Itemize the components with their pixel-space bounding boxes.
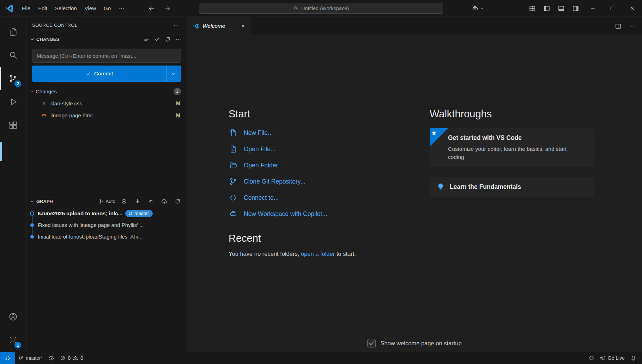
explorer-button[interactable] — [0, 20, 26, 44]
menu-overflow-button[interactable] — [115, 3, 128, 13]
more-actions-button[interactable] — [174, 35, 183, 44]
start-clone-repo[interactable]: Clone Git Repository... — [229, 173, 430, 190]
walkthrough-title: Get started with VS Code — [448, 134, 587, 142]
sidebar-fill — [26, 242, 187, 352]
toggle-primary-sidebar-button[interactable] — [539, 0, 554, 17]
auto-repo-picker[interactable]: Auto — [99, 199, 115, 204]
remote-icon — [229, 193, 238, 202]
more-actions-button[interactable] — [629, 23, 635, 29]
minimize-button[interactable] — [583, 0, 602, 17]
toggle-secondary-sidebar-button[interactable] — [568, 0, 583, 17]
start-open-folder[interactable]: Open Folder... — [229, 157, 430, 173]
open-folder-link[interactable]: open a folder — [301, 251, 335, 257]
copilot-menu-button[interactable] — [467, 0, 488, 17]
copilot-icon — [588, 355, 594, 361]
commit-button[interactable]: Commit — [32, 66, 181, 82]
toggle-panel-button[interactable] — [554, 0, 568, 17]
customize-layout-button[interactable] — [525, 0, 539, 17]
changes-tree-header[interactable]: Changes 2 — [26, 85, 187, 97]
notifications-bell-button[interactable] — [628, 352, 639, 364]
chevron-down-icon — [29, 89, 34, 94]
menu-go[interactable]: Go — [100, 3, 115, 13]
commit-message-input[interactable] — [32, 49, 181, 63]
pull-icon[interactable] — [133, 197, 142, 206]
recent-prefix: You have no recent folders, — [229, 251, 301, 257]
branch-ref-badge[interactable]: master — [125, 210, 153, 217]
refresh-button[interactable] — [163, 35, 172, 44]
changes-section-header[interactable]: CHANGES — [26, 33, 187, 45]
command-center-search[interactable]: Untitled (Workspace) — [199, 3, 443, 14]
warnings-icon — [73, 355, 78, 361]
title-bar-left: File Edit Selection View Go — [0, 3, 171, 13]
commit-dropdown-button[interactable] — [166, 66, 181, 82]
walkthrough-get-started-card[interactable]: Get started with VS Code Customize your … — [430, 128, 594, 167]
history-navigation — [148, 5, 171, 12]
go-live-button[interactable]: Go Live — [597, 352, 628, 364]
run-debug-button[interactable] — [0, 90, 26, 113]
settings-gear-button[interactable]: 1 — [0, 328, 26, 352]
file-name: clan-style.css — [50, 100, 172, 106]
accounts-button[interactable] — [0, 305, 26, 328]
changes-section-label: CHANGES — [36, 37, 59, 42]
recent-heading: Recent — [229, 232, 430, 245]
split-editor-button[interactable] — [615, 23, 622, 30]
changed-file-row[interactable]: <> lineage-page.html M — [26, 109, 187, 121]
commit-row[interactable]: Fixed issues with lineage page and Phyll… — [26, 219, 187, 231]
graph-section-header[interactable]: GRAPH Auto — [26, 195, 187, 208]
remote-indicator[interactable] — [0, 352, 15, 364]
copilot-status-button[interactable] — [585, 352, 597, 364]
start-open-file[interactable]: Open File... — [229, 141, 430, 157]
sidebar-title-row: SOURCE CONTROL — [26, 17, 187, 33]
view-as-list-button[interactable] — [142, 35, 151, 44]
extensions-button[interactable] — [0, 113, 26, 137]
vscode-logo-icon — [5, 4, 14, 13]
menu-selection[interactable]: Selection — [51, 3, 81, 13]
tab-close-button[interactable] — [240, 23, 247, 30]
changes-count-badge: 2 — [174, 88, 181, 95]
menu-edit[interactable]: Edit — [34, 3, 51, 13]
copilot-icon — [229, 210, 238, 218]
commit-graph-node — [26, 208, 38, 219]
push-icon[interactable] — [146, 197, 156, 206]
publish-cloud-button[interactable] — [159, 197, 169, 206]
close-button[interactable] — [622, 0, 642, 17]
settings-badge: 1 — [14, 342, 21, 348]
walkthrough-fundamentals-card[interactable]: Learn the Fundamentals — [430, 177, 594, 197]
maximize-button[interactable] — [602, 0, 622, 17]
start-new-workspace-copilot[interactable]: New Workspace with Copilot... — [229, 206, 430, 222]
start-list: New File... Open File... Open Folder... — [229, 125, 430, 222]
commit-message: Initial load of IonosUploadStaging files — [38, 234, 127, 240]
source-control-button[interactable]: 2 — [0, 67, 26, 90]
show-welcome-checkbox[interactable] — [367, 339, 376, 347]
start-connect-to[interactable]: Connect to... — [229, 190, 430, 206]
target-ref-button[interactable] — [119, 197, 129, 206]
commit-message: 6June2025 upload to Ionos; inlc... — [38, 210, 122, 216]
go-back-button[interactable] — [148, 5, 155, 12]
status-bar-right: Go Live — [585, 352, 642, 364]
more-actions-button[interactable] — [171, 21, 181, 30]
search-button[interactable] — [0, 44, 26, 67]
changed-file-row[interactable]: # clan-style.css M — [26, 97, 187, 109]
menu-file[interactable]: File — [18, 3, 34, 13]
broadcast-icon — [600, 355, 606, 361]
modified-status-badge: M — [176, 100, 180, 106]
refresh-graph-button[interactable] — [173, 197, 182, 206]
recent-empty-text: You have no recent folders, open a folde… — [229, 251, 430, 257]
warning-count: 0 — [80, 355, 83, 361]
editor-actions — [615, 17, 642, 35]
commit-row[interactable]: Initial load of IonosUploadStaging files… — [26, 231, 187, 242]
publish-changes-button[interactable] — [46, 352, 57, 364]
problems-status[interactable]: 0 0 — [57, 352, 86, 364]
start-item-label: Open Folder... — [244, 162, 283, 169]
menu-view[interactable]: View — [81, 3, 100, 13]
commit-button-main[interactable]: Commit — [32, 66, 166, 82]
open-folder-icon — [229, 161, 238, 169]
tab-welcome[interactable]: Welcome — [187, 17, 251, 35]
commit-row[interactable]: 6June2025 upload to Ionos; inlc... maste… — [26, 208, 187, 219]
modified-status-badge: M — [176, 112, 180, 118]
startup-checkbox-row: Show welcome page on startup — [367, 339, 461, 347]
commit-check-button[interactable] — [152, 35, 162, 44]
start-new-file[interactable]: New File... — [229, 125, 430, 141]
branch-status[interactable]: master* — [15, 352, 46, 364]
go-forward-button[interactable] — [164, 5, 171, 12]
